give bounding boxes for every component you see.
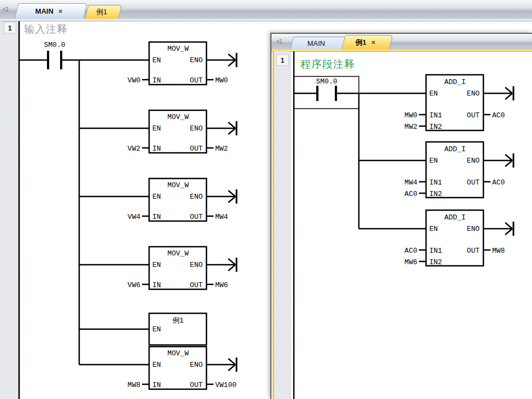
pin-en: EN <box>429 90 438 98</box>
pin-en: EN <box>152 56 161 64</box>
tab-subroutine-li1[interactable]: 例1 × <box>341 35 389 50</box>
pin-in2: IN2 <box>429 123 442 131</box>
pin-in1: IN1 <box>429 178 442 187</box>
pin-out: OUT <box>190 76 203 85</box>
pin-in: IN <box>152 213 161 221</box>
pin-out: OUT <box>190 145 203 153</box>
pin-in: IN <box>152 381 161 389</box>
operand-in[interactable]: VW4 <box>128 213 141 221</box>
operand-out[interactable]: MW4 <box>215 213 228 221</box>
block-mov-w-4[interactable]: MOV_W EN ENO IN OUT VW6 MW6 <box>128 247 228 289</box>
operand-out[interactable]: VW100 <box>215 381 237 389</box>
operand-in[interactable]: MW8 <box>128 381 140 389</box>
block-subroutine-call[interactable]: 例1 EN <box>149 313 206 345</box>
block-mov-w-5[interactable]: MOV_W EN ENO IN OUT MW8 VW100 <box>128 347 237 389</box>
network-number: 1 <box>8 24 11 32</box>
network-number-box[interactable]: 1 <box>4 22 16 33</box>
operand-in[interactable]: VW2 <box>128 145 140 153</box>
block-add-i-2[interactable]: ADD_I EN ENO IN1 IN2 OUT MW4 AC0 AC0 <box>405 142 505 198</box>
pin-en: EN <box>152 193 161 201</box>
tab-main-close-icon[interactable]: × <box>58 8 63 15</box>
tab-subroutine-li1[interactable]: 例1 <box>85 5 119 19</box>
pin-in2: IN2 <box>429 258 442 266</box>
pin-out: OUT <box>190 213 203 221</box>
pin-eno: ENO <box>467 225 480 233</box>
tab-subroutine-label: 例1 <box>356 38 367 47</box>
operand-out[interactable]: MW8 <box>492 247 505 255</box>
pin-out: OUT <box>467 178 480 187</box>
operand-in2[interactable]: MW2 <box>405 123 417 131</box>
block-title: MOV_W <box>167 45 188 53</box>
contact-operand: SM0.0 <box>316 78 337 86</box>
right-editor-tab-bar: ◁ MAIN 例1 × <box>271 34 532 51</box>
right-ladder-canvas: 1 程序段注释 SM0.0 <box>271 51 532 399</box>
pin-in: IN <box>152 76 161 85</box>
pin-in1: IN1 <box>429 111 442 120</box>
pin-in2: IN2 <box>429 190 442 198</box>
block-mov-w-2[interactable]: MOV_W EN ENO IN OUT VW2 MW2 <box>128 110 228 153</box>
network-margin <box>274 51 290 399</box>
operand-in2[interactable]: AC0 <box>405 190 417 198</box>
tab-main[interactable]: MAIN × <box>14 3 84 19</box>
block-mov-w-3[interactable]: MOV_W EN ENO IN OUT VW4 MW4 <box>128 178 228 221</box>
tab-main-label: MAIN <box>308 39 326 47</box>
network-margin <box>0 21 18 399</box>
tab-subroutine-close-icon[interactable]: × <box>371 39 376 46</box>
pin-out: OUT <box>190 281 203 289</box>
operand-in[interactable]: VW6 <box>128 281 140 289</box>
block-title: 例1 <box>173 317 184 325</box>
pin-eno: ENO <box>190 56 203 64</box>
block-add-i-3[interactable]: ADD_I EN ENO IN1 IN2 OUT AC0 MW6 MW8 <box>405 210 505 266</box>
pin-out: OUT <box>190 381 203 389</box>
tab-main[interactable]: MAIN <box>290 37 342 50</box>
tab-subroutine-label: 例1 <box>96 7 107 17</box>
pin-en: EN <box>152 325 161 334</box>
pin-in1: IN1 <box>429 247 442 255</box>
pin-eno: ENO <box>467 157 480 165</box>
block-add-i-1[interactable]: ADD_I EN ENO IN1 IN2 OUT MW0 MW2 AC0 <box>405 75 505 131</box>
operand-out[interactable]: AC0 <box>492 111 505 120</box>
pin-eno: ENO <box>190 261 203 269</box>
operand-out[interactable]: MW0 <box>215 76 228 85</box>
window-accent-line <box>273 51 274 399</box>
left-ladder-canvas: 1 输入注释 SM0.0 MOV_W EN ENO IN <box>0 21 273 399</box>
operand-out[interactable]: MW6 <box>215 281 228 289</box>
network-number: 1 <box>280 56 284 64</box>
network-number-box[interactable]: 1 <box>276 55 288 65</box>
contact-operand: SM0.0 <box>44 41 65 49</box>
block-title: MOV_W <box>167 113 188 121</box>
operand-out[interactable]: AC0 <box>492 178 505 187</box>
block-title: MOV_W <box>167 349 188 358</box>
block-title: MOV_W <box>167 181 188 189</box>
right-editor-window: ◁ MAIN 例1 × 1 程序段注释 <box>270 33 532 399</box>
operand-in1[interactable]: MW4 <box>405 178 418 187</box>
network-comment[interactable]: 程序段注释 <box>300 58 355 70</box>
block-title: ADD_I <box>444 78 465 86</box>
pin-en: EN <box>152 361 161 369</box>
tab-scroll-left-icon[interactable]: ◁ <box>3 5 8 12</box>
operand-in[interactable]: VW0 <box>128 76 140 85</box>
pin-in: IN <box>152 145 161 153</box>
pin-en: EN <box>429 157 438 165</box>
block-title: ADD_I <box>444 145 465 153</box>
operand-in1[interactable]: MW0 <box>405 111 417 120</box>
pin-eno: ENO <box>190 361 203 369</box>
contact-sm00[interactable]: SM0.0 <box>316 78 337 101</box>
block-title: MOV_W <box>167 249 188 258</box>
operand-in2[interactable]: MW6 <box>405 258 417 266</box>
operand-out[interactable]: MW2 <box>215 145 228 153</box>
pin-eno: ENO <box>467 90 480 98</box>
contact-sm00[interactable]: SM0.0 <box>44 41 65 69</box>
block-mov-w-1[interactable]: MOV_W EN ENO IN OUT VW0 MW0 <box>128 42 228 85</box>
rung-continuation-arrows <box>228 53 237 372</box>
pin-en: EN <box>429 225 438 233</box>
left-editor-tab-bar: ◁ 例1 MAIN × <box>0 0 532 21</box>
tab-scroll-left-icon[interactable]: ◁ <box>276 38 281 44</box>
pin-out: OUT <box>467 111 480 120</box>
operand-in1[interactable]: AC0 <box>405 247 417 255</box>
pin-out: OUT <box>467 247 480 255</box>
tab-main-label: MAIN <box>36 7 54 15</box>
network-comment[interactable]: 输入注释 <box>24 23 68 35</box>
pin-en: EN <box>152 124 161 133</box>
pin-in: IN <box>152 281 161 289</box>
